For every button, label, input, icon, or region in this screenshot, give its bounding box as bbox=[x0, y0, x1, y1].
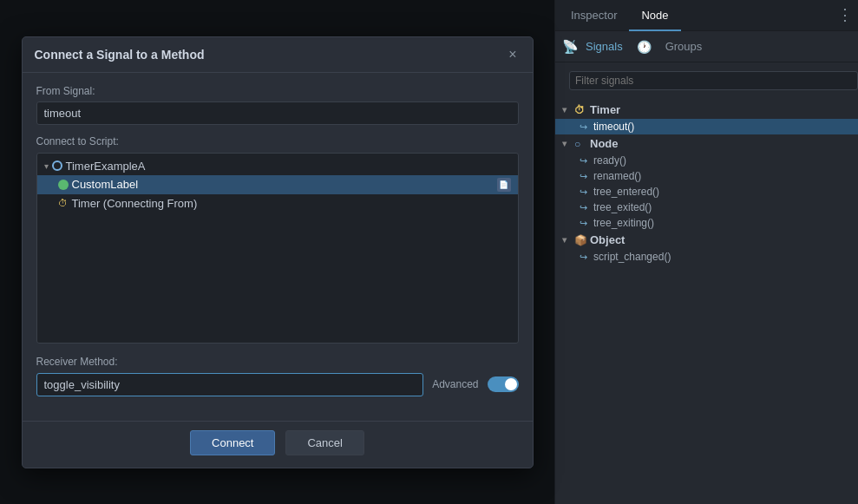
signal-tree-exiting-label: tree_exiting() bbox=[593, 217, 654, 229]
dialog-overlay: Connect a Signal to a Method × From Sign… bbox=[0, 0, 554, 504]
node-section-header: ▾ ○ Node bbox=[555, 134, 858, 153]
signal-item-tree-exited[interactable]: ↪ tree_exited() bbox=[555, 200, 858, 215]
customlabel-icon bbox=[58, 180, 69, 190]
script-tree-panel[interactable]: ▾ TimerExampleA CustomLabel 📄 ⏱ Timer (C… bbox=[36, 153, 519, 344]
connect-to-script-label: Connect to Script: bbox=[36, 135, 519, 147]
expand-chevron-timerexamplea: ▾ bbox=[44, 161, 49, 171]
tree-item-customlabel[interactable]: CustomLabel 📄 bbox=[37, 175, 518, 194]
dialog-body: From Signal: Connect to Script: ▾ TimerE… bbox=[23, 73, 533, 421]
timerexamplea-icon bbox=[52, 160, 62, 171]
signals-icon: 📡 bbox=[562, 39, 579, 55]
timerexamplea-label: TimerExampleA bbox=[66, 160, 146, 173]
arrow-icon-tree-entered: ↪ bbox=[580, 187, 590, 197]
dialog-title: Connect a Signal to a Method bbox=[35, 48, 205, 62]
script-icon: 📄 bbox=[497, 178, 511, 192]
panel-header: Inspector Node ⋮ bbox=[555, 0, 858, 31]
signals-list: ▾ ⏱ Timer ↪ timeout() ▾ ○ Node ↪ ready()… bbox=[555, 99, 858, 266]
signal-script-changed-label: script_changed() bbox=[593, 251, 671, 263]
timer-icon: ⏱ bbox=[574, 104, 586, 116]
object-chevron: ▾ bbox=[562, 235, 571, 245]
inspector-tab[interactable]: Inspector bbox=[559, 0, 629, 31]
tree-item-timerexamplea[interactable]: ▾ TimerExampleA bbox=[37, 157, 518, 175]
signal-item-timeout[interactable]: ↪ timeout() bbox=[555, 119, 858, 134]
cancel-button[interactable]: Cancel bbox=[285, 430, 364, 455]
signal-renamed-label: renamed() bbox=[593, 170, 641, 182]
timer-connecting-icon: ⏱ bbox=[58, 198, 69, 208]
history-icon: 🕐 bbox=[637, 40, 652, 54]
connect-signal-dialog: Connect a Signal to a Method × From Sign… bbox=[22, 36, 534, 468]
right-panel: Inspector Node ⋮ 📡 Signals 🕐 Groups ▾ ⏱ … bbox=[554, 0, 858, 504]
panel-toolbar: 📡 Signals 🕐 Groups bbox=[555, 31, 858, 62]
from-signal-label: From Signal: bbox=[36, 85, 519, 97]
filter-signals-input[interactable] bbox=[569, 71, 858, 90]
signal-item-renamed[interactable]: ↪ renamed() bbox=[555, 168, 858, 184]
dialog-close-button[interactable]: × bbox=[505, 46, 520, 63]
dialog-titlebar: Connect a Signal to a Method × bbox=[23, 37, 533, 73]
panel-menu-button[interactable]: ⋮ bbox=[837, 7, 853, 23]
node-chevron: ▾ bbox=[562, 139, 571, 148]
signal-timeout-label: timeout() bbox=[593, 121, 634, 133]
object-icon: 📦 bbox=[574, 234, 586, 246]
groups-tab[interactable]: Groups bbox=[665, 40, 703, 53]
signal-item-tree-exiting[interactable]: ↪ tree_exiting() bbox=[555, 215, 858, 231]
signal-item-script-changed[interactable]: ↪ script_changed() bbox=[555, 249, 858, 265]
advanced-toggle[interactable] bbox=[488, 376, 519, 392]
signal-tree-exited-label: tree_exited() bbox=[593, 201, 652, 213]
signals-tab[interactable]: Signals bbox=[586, 40, 623, 53]
timer-chevron: ▾ bbox=[562, 105, 571, 115]
arrow-icon-tree-exiting: ↪ bbox=[580, 218, 590, 228]
timer-label: Timer bbox=[590, 103, 620, 116]
node-icon: ○ bbox=[574, 138, 586, 150]
node-label: Node bbox=[590, 137, 619, 150]
dialog-footer: Connect Cancel bbox=[23, 421, 533, 468]
receiver-row: Advanced bbox=[36, 373, 519, 396]
toggle-track bbox=[488, 376, 519, 392]
receiver-method-input[interactable] bbox=[36, 373, 424, 396]
advanced-label: Advanced bbox=[432, 378, 478, 390]
timer-connecting-label: Timer (Connecting From) bbox=[72, 197, 198, 210]
tree-item-timer-connecting[interactable]: ⏱ Timer (Connecting From) bbox=[37, 194, 518, 213]
arrow-icon-timeout: ↪ bbox=[580, 121, 590, 132]
from-signal-input bbox=[36, 101, 519, 125]
receiver-method-label: Receiver Method: bbox=[36, 356, 519, 368]
arrow-icon-tree-exited: ↪ bbox=[580, 202, 590, 213]
customlabel-label: CustomLabel bbox=[72, 178, 139, 191]
object-section-header: ▾ 📦 Object bbox=[555, 231, 858, 249]
signal-ready-label: ready() bbox=[593, 154, 626, 167]
toggle-thumb bbox=[505, 378, 517, 390]
signal-tree-entered-label: tree_entered() bbox=[593, 186, 659, 198]
filter-wrap bbox=[555, 62, 858, 99]
node-tab[interactable]: Node bbox=[629, 0, 680, 31]
connect-button[interactable]: Connect bbox=[190, 430, 275, 455]
signal-item-tree-entered[interactable]: ↪ tree_entered() bbox=[555, 184, 858, 200]
signal-item-ready[interactable]: ↪ ready() bbox=[555, 153, 858, 168]
object-label: Object bbox=[590, 233, 625, 246]
arrow-icon-ready: ↪ bbox=[580, 155, 590, 166]
timer-section-header: ▾ ⏱ Timer bbox=[555, 101, 858, 119]
arrow-icon-script-changed: ↪ bbox=[580, 252, 590, 262]
arrow-icon-renamed: ↪ bbox=[580, 171, 590, 181]
